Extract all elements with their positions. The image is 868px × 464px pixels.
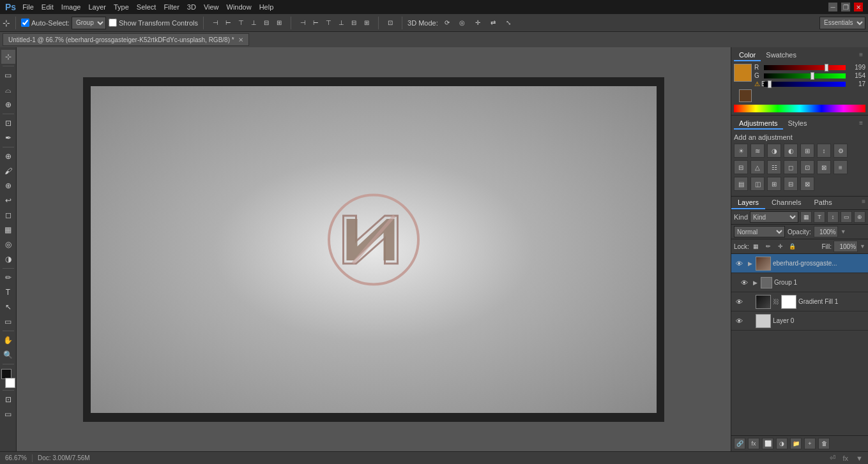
channel-mixer-icon[interactable]: ☷ [767,160,781,174]
document-tab[interactable]: Untitled-1 @ 66.7% (eberhard-grossgastei… [3,33,249,46]
layer-item[interactable]: 👁 Layer 0 [731,311,868,331]
dist-right-button[interactable]: ⊤ [322,17,335,29]
g-slider-thumb[interactable] [811,72,814,80]
new-group-icon[interactable]: 📁 [790,438,802,449]
healing-brush-tool[interactable]: ⊕ [1,149,15,163]
show-transform-checkbox[interactable] [109,19,117,27]
auto-select-dropdown[interactable]: Group Layer [72,17,106,29]
minimize-button[interactable]: ─ [828,3,837,11]
align-top-button[interactable]: ⊥ [247,17,260,29]
hand-tool[interactable]: ✋ [1,333,15,347]
b-slider-track[interactable] [764,82,846,87]
menu-image[interactable]: Image [61,3,81,11]
layer-visibility-icon[interactable]: 👁 [734,297,744,307]
align-center-h-button[interactable]: ⊢ [222,17,234,29]
3d-scale-button[interactable]: ⤡ [502,17,515,29]
quick-mask-button[interactable]: ⊡ [1,393,15,407]
filter-adjustment-button[interactable]: T [814,211,825,223]
layer-visibility-icon[interactable]: 👁 [739,278,749,288]
menu-help[interactable]: Help [259,3,274,11]
background-color[interactable] [5,378,15,388]
solid-color-icon[interactable]: ⊞ [767,177,781,191]
dist-top-button[interactable]: ⊥ [335,17,347,29]
clone-stamp-tool[interactable]: ⊕ [1,179,15,193]
layer-fx-icon[interactable]: fx [748,438,759,449]
type-tool[interactable]: T [1,285,15,299]
lock-transparent-icon[interactable]: ▦ [751,241,761,251]
workspace-selector[interactable]: Essentials [819,17,865,29]
threshold-icon[interactable]: ≡ [834,160,848,174]
layer-expand-icon[interactable]: ▶ [751,279,759,287]
adj-panel-menu-icon[interactable]: ≡ [857,118,865,130]
kind-dropdown[interactable]: Kind [750,211,798,223]
menu-edit[interactable]: Edit [42,3,54,11]
curves-icon[interactable]: ◑ [767,144,781,158]
menu-select[interactable]: Select [137,3,156,11]
move-tool[interactable]: ⊹ [1,50,15,64]
align-right-button[interactable]: ⊤ [234,17,247,29]
arrange-icon[interactable]: ▼ [856,454,863,462]
r-slider-thumb[interactable] [825,64,828,71]
color-lookup-icon[interactable]: ◻ [784,160,798,174]
layer-expand-icon[interactable]: ▶ [746,260,754,267]
menu-bar[interactable]: File Edit Image Layer Type Select Filter… [22,3,273,11]
eraser-tool[interactable]: ◻ [1,208,15,222]
foreground-color-box[interactable] [734,64,752,82]
align-center-v-button[interactable]: ⊟ [260,17,273,29]
filter-smart-button[interactable]: ⊕ [854,211,865,223]
blur-tool[interactable]: ◎ [1,237,15,251]
lasso-tool[interactable]: ⌓ [1,83,15,97]
menu-window[interactable]: Window [227,3,252,11]
lock-position-icon[interactable]: ✛ [775,241,786,251]
arrange-button[interactable]: ⊡ [384,17,397,29]
timeline-icon[interactable]: ⏎ [830,454,835,462]
layer-chain-icon[interactable]: ⛓ [773,298,779,305]
r-slider-track[interactable] [764,65,846,70]
layer-mask-icon[interactable]: ⬜ [762,438,773,449]
3d-slide-button[interactable]: ⇄ [487,17,499,29]
tab-color[interactable]: Color [734,50,761,61]
layer-item[interactable]: 👁 ⛓ Gradient Fill 1 [731,292,868,311]
black-white-icon[interactable]: ⊟ [734,160,748,174]
tab-layers[interactable]: Layers [731,197,765,209]
new-layer-icon[interactable]: + [804,438,816,449]
exposure-icon[interactable]: ◐ [784,144,798,158]
layer-item[interactable]: 👁 ▶ Group 1 [731,273,868,292]
layers-panel-menu-icon[interactable]: ≡ [859,197,868,209]
levels-icon[interactable]: ≋ [750,144,765,158]
3d-pan-button[interactable]: ✛ [471,17,484,29]
tab-paths[interactable]: Paths [808,197,839,209]
brush-tool[interactable]: 🖌 [1,164,15,178]
layer-link-icon[interactable]: 🔗 [734,438,745,449]
opacity-input[interactable] [814,226,838,237]
g-slider-track[interactable] [764,73,846,79]
posterize-icon[interactable]: ⊠ [817,160,831,174]
tab-channels[interactable]: Channels [765,197,807,209]
gradient-tool[interactable]: ▦ [1,223,15,237]
history-brush-tool[interactable]: ↩ [1,193,15,207]
crop-tool[interactable]: ⊡ [1,116,15,130]
r-value[interactable]: 199 [848,64,865,71]
menu-3d[interactable]: 3D [187,3,196,11]
menu-type[interactable]: Type [114,3,129,11]
g-value[interactable]: 154 [848,72,865,79]
menu-filter[interactable]: Filter [164,3,179,11]
3d-roll-button[interactable]: ◎ [456,17,469,29]
color-balance-icon[interactable]: ⚙ [834,144,848,158]
pattern-fill-icon[interactable]: ⊠ [800,177,814,191]
dodge-tool[interactable]: ◑ [1,252,15,266]
filter-pixel-button[interactable]: ▦ [800,211,812,223]
menu-file[interactable]: File [22,3,34,11]
filter-shape-button[interactable]: ▭ [841,211,852,223]
zoom-tool[interactable]: 🔍 [1,348,15,362]
dist-bottom-button[interactable]: ⊞ [360,17,373,29]
opacity-arrow-icon[interactable]: ▼ [841,228,846,235]
tab-close-button[interactable]: ✕ [238,36,243,43]
invert-icon[interactable]: ⊡ [800,160,814,174]
restore-button[interactable]: ❐ [841,3,850,11]
b-value[interactable]: 17 [848,80,865,87]
tab-adjustments[interactable]: Adjustments [734,118,783,130]
tab-swatches[interactable]: Swatches [761,50,802,61]
align-bottom-button[interactable]: ⊞ [273,17,286,29]
dist-center-h-button[interactable]: ⊢ [309,17,322,29]
